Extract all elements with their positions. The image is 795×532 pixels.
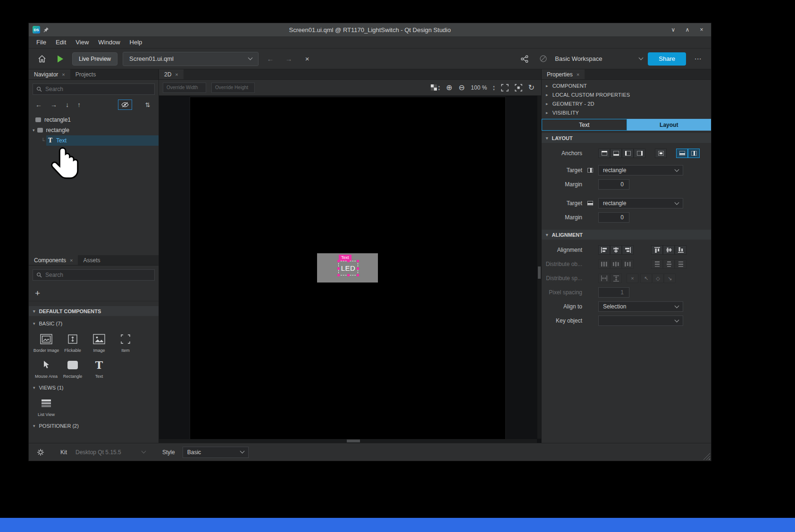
selection-handle[interactable] [357, 274, 359, 276]
align-top-button[interactable] [651, 245, 663, 255]
canvas-area[interactable]: Text LED [159, 96, 541, 443]
close-document-button[interactable]: × [301, 52, 314, 66]
menu-view[interactable]: View [71, 36, 93, 48]
selection-handle[interactable] [337, 260, 340, 262]
distribute-vertical-center-button[interactable] [663, 259, 675, 269]
maximize-button[interactable]: ∧ [682, 25, 693, 34]
tab-2d[interactable]: 2D × [159, 69, 184, 79]
component-text[interactable]: T Text [86, 358, 112, 379]
artboard[interactable]: Text LED [190, 97, 505, 440]
home-button[interactable] [35, 52, 49, 66]
tab-text-properties[interactable]: Text [542, 119, 627, 131]
layout-section-header[interactable]: ▾ LAYOUT [542, 133, 711, 143]
pin-icon[interactable] [43, 27, 49, 33]
distribute-origin-topleft-button[interactable]: ↖ [640, 274, 652, 283]
selection-handle[interactable] [347, 274, 350, 276]
fit-to-screen-button[interactable] [501, 84, 509, 91]
override-height-input[interactable] [211, 83, 255, 93]
reverse-order-toggle[interactable]: ⇅ [141, 100, 155, 110]
tab-projects[interactable]: Projects [70, 69, 101, 79]
target-vertical-dropdown[interactable]: rectangle [598, 198, 683, 208]
run-project-button[interactable] [54, 52, 67, 66]
align-to-dropdown[interactable]: Selection [598, 301, 683, 312]
align-right-button[interactable] [622, 245, 634, 255]
components-search-input[interactable] [45, 272, 151, 278]
distribute-left-button[interactable] [598, 259, 610, 269]
tree-item-rectangle1[interactable]: rectangle1 [29, 115, 159, 125]
style-select[interactable]: Basic [183, 447, 249, 458]
open-document-select[interactable]: Screen01.ui.qml [123, 52, 259, 66]
distribute-spacing-vertical-button[interactable] [610, 274, 622, 283]
minimize-button[interactable]: ∨ [668, 25, 679, 34]
validator-status-icon[interactable] [536, 52, 550, 66]
anchor-vertical-center-button[interactable] [676, 149, 688, 158]
close-button[interactable]: × [696, 25, 707, 34]
reset-view-button[interactable]: ↻ [528, 84, 535, 91]
zoom-stepper-icon[interactable]: ▴▾ [493, 84, 495, 91]
target-horizontal-dropdown[interactable]: rectangle [598, 165, 683, 175]
menu-help[interactable]: Help [125, 36, 147, 48]
distribute-origin-bottomright-button[interactable]: ↘ [664, 274, 676, 283]
zoom-out-button[interactable]: ⊖ [459, 84, 465, 91]
horizontal-scrollbar[interactable] [159, 439, 537, 443]
selection-handle[interactable] [357, 260, 359, 262]
margin-vertical-input[interactable]: 0 [598, 212, 629, 223]
move-left-icon[interactable]: ← [35, 101, 42, 108]
align-horizontal-center-button[interactable] [610, 245, 622, 255]
component-image[interactable]: Image [86, 332, 112, 353]
component-list-view[interactable]: List View [33, 396, 59, 417]
tree-item-text[interactable]: └ T Text [29, 135, 159, 146]
align-bottom-button[interactable] [675, 245, 686, 255]
anchor-right-button[interactable] [634, 149, 645, 158]
more-options-button[interactable]: ⋯ [691, 52, 704, 66]
zoom-selection-button[interactable] [515, 84, 522, 91]
move-up-icon[interactable]: ↑ [77, 101, 81, 108]
tab-properties[interactable]: Properties × [542, 69, 585, 79]
basic-section-header[interactable]: ▾ BASIC (7) [29, 319, 159, 328]
zoom-in-button[interactable]: ⊕ [446, 84, 452, 91]
menu-edit[interactable]: Edit [51, 36, 71, 48]
tab-assets[interactable]: Assets [78, 255, 105, 265]
vertical-scrollbar-thumb[interactable] [538, 266, 541, 279]
component-item[interactable]: Item [112, 332, 139, 353]
align-left-button[interactable] [598, 245, 610, 255]
expander-caret-icon[interactable]: ▾ [33, 128, 35, 133]
section-local-custom-properties[interactable]: ▸ LOCAL CUSTOM PROPERTIES [542, 90, 711, 99]
close-tab-icon[interactable]: × [175, 72, 178, 77]
horizontal-scrollbar-thumb[interactable] [347, 440, 360, 442]
qml-rectangle-element[interactable]: Text LED [317, 253, 378, 283]
move-right-icon[interactable]: → [50, 101, 57, 108]
anchor-top-button[interactable] [598, 149, 610, 158]
close-tab-icon[interactable]: × [62, 72, 65, 77]
background-color-selector[interactable]: ▴▾ [431, 84, 440, 91]
positioner-section-header[interactable]: ▾ POSITIONER (2) [29, 421, 159, 431]
distribute-horizontal-center-button[interactable] [610, 259, 622, 269]
share-button[interactable]: Share [648, 52, 686, 66]
key-object-dropdown[interactable] [598, 316, 683, 326]
add-module-button[interactable]: + [35, 289, 40, 298]
align-vertical-center-button[interactable] [663, 245, 675, 255]
anchor-bottom-button[interactable] [610, 149, 622, 158]
show-only-visible-toggle[interactable] [118, 100, 132, 110]
distribute-spacing-none-button[interactable]: × [627, 274, 638, 283]
anchor-left-button[interactable] [622, 149, 634, 158]
settings-gear-icon[interactable] [37, 449, 44, 456]
selected-text-element[interactable]: LED [338, 261, 358, 275]
default-components-header[interactable]: ▾ DEFAULT COMPONENTS [29, 306, 159, 316]
tab-layout-properties[interactable]: Layout [627, 119, 711, 131]
selection-handle[interactable] [337, 267, 340, 270]
component-mouse-area[interactable]: Mouse Area [33, 358, 59, 379]
section-geometry-2d[interactable]: ▸ GEOMETRY - 2D [542, 99, 711, 108]
override-width-input[interactable] [163, 83, 206, 93]
tree-item-rectangle[interactable]: ▾ rectangle [29, 125, 159, 135]
selection-handle[interactable] [347, 260, 350, 262]
component-border-image[interactable]: Border Image [33, 332, 59, 353]
tab-components[interactable]: Components × [29, 255, 78, 265]
workspace-select[interactable]: Basic Workspace [555, 55, 643, 62]
live-preview-button[interactable]: Live Preview [72, 52, 117, 66]
annotations-icon[interactable] [518, 52, 531, 66]
selection-handle[interactable] [337, 274, 340, 276]
kit-select[interactable]: Desktop Qt 5.15.5 [75, 449, 145, 456]
distribute-right-button[interactable] [622, 259, 634, 269]
distribute-spacing-horizontal-button[interactable] [598, 274, 610, 283]
